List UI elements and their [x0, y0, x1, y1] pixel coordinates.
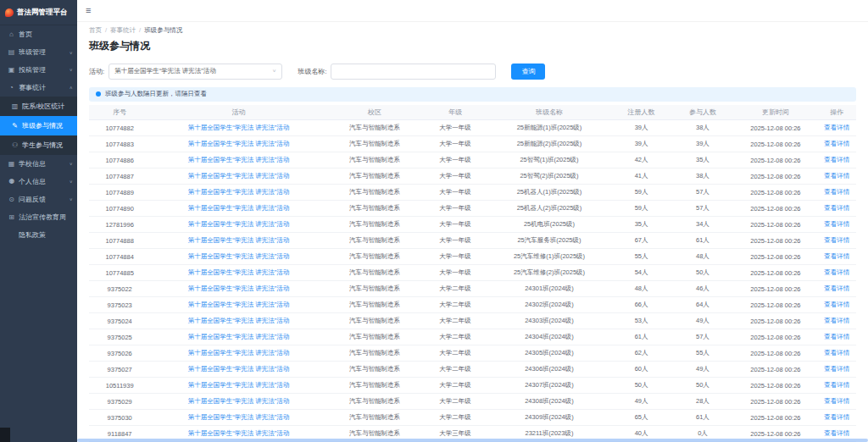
campus-cell: 汽车与智能制造系	[327, 120, 423, 136]
updated-time-cell: 2025-12-08 00:26	[733, 152, 818, 169]
registered-count-cell: 42人	[610, 152, 671, 169]
sidebar-item-label: 班级管理	[19, 47, 66, 57]
view-details-link[interactable]: 查看详情	[824, 220, 849, 228]
sidebar-item-dept-campus-stats[interactable]: ▥院系/校区统计	[0, 97, 77, 116]
view-details-link[interactable]: 查看详情	[824, 285, 849, 292]
updated-time-cell: 2025-12-08 00:26	[733, 233, 818, 249]
logo-icon	[5, 8, 14, 17]
view-details-link[interactable]: 查看详情	[824, 156, 849, 163]
sidebar-item-submission-management[interactable]: ▣投稿管理∨	[0, 61, 77, 79]
activity-link[interactable]: 第十届全国学生“学宪法 讲宪法”活动	[188, 188, 290, 196]
sidebar-item-class-participation[interactable]: ✎班级参与情况	[0, 116, 77, 135]
chevron-down-icon: ∨	[70, 50, 73, 55]
view-details-link[interactable]: 查看详情	[824, 236, 849, 244]
activity-cell: 第十届全国学生“学宪法 讲宪法”活动	[150, 249, 326, 265]
view-details-link[interactable]: 查看详情	[824, 301, 849, 308]
grade-cell: 大学一年级	[423, 249, 488, 265]
activity-link[interactable]: 第十届全国学生“学宪法 讲宪法”活动	[188, 285, 290, 292]
activity-link[interactable]: 第十届全国学生“学宪法 讲宪法”活动	[188, 301, 290, 308]
class-name-cell: 25汽车维修(1)班(2025级)	[488, 249, 611, 265]
activity-select[interactable]: 第十届全国学生“学宪法 讲宪法”活动 ∨	[108, 64, 282, 80]
action-cell: 查看详情	[818, 297, 856, 313]
activity-link[interactable]: 第十届全国学生“学宪法 讲宪法”活动	[188, 317, 290, 324]
view-details-link[interactable]: 查看详情	[824, 268, 849, 276]
activity-cell: 第十届全国学生“学宪法 讲宪法”活动	[150, 185, 326, 201]
sidebar-item-feedback[interactable]: ⊙问题反馈∨	[0, 191, 77, 208]
action-cell: 查看详情	[818, 345, 856, 362]
serial-cell: 10774885	[89, 265, 150, 281]
registered-count-cell: 39人	[610, 136, 671, 152]
view-details-link[interactable]: 查看详情	[824, 188, 849, 196]
activity-link[interactable]: 第十届全国学生“学宪法 讲宪法”活动	[188, 124, 290, 131]
activity-link[interactable]: 第十届全国学生“学宪法 讲宪法”活动	[188, 220, 290, 228]
activity-link[interactable]: 第十届全国学生“学宪法 讲宪法”活动	[188, 204, 290, 212]
participated-count-cell: 49人	[672, 313, 733, 329]
participated-count-cell: 49人	[672, 362, 733, 378]
sidebar-item-legal-education[interactable]: ⊞法治宣传教育周	[0, 208, 77, 226]
hamburger-icon[interactable]: ≡	[86, 6, 91, 15]
sidebar-item-personal-info[interactable]: ⚉个人信息∨	[0, 173, 77, 191]
registered-count-cell: 53人	[610, 313, 671, 329]
sidebar-item-competition-stats[interactable]: ◔赛事统计∧	[0, 79, 77, 97]
activity-link[interactable]: 第十届全国学生“学宪法 讲宪法”活动	[188, 365, 290, 373]
activity-link[interactable]: 第十届全国学生“学宪法 讲宪法”活动	[188, 397, 290, 405]
horizontal-scrollbar[interactable]	[77, 439, 868, 442]
view-details-link[interactable]: 查看详情	[824, 317, 849, 324]
grade-cell: 大学二年级	[423, 362, 488, 378]
participated-count-cell: 28人	[672, 394, 733, 410]
page-head: 首页/赛事统计/班级参与情况 班级参与情况	[77, 22, 868, 55]
view-details-link[interactable]: 查看详情	[824, 172, 849, 180]
updated-time-cell: 2025-12-08 00:26	[733, 378, 818, 394]
participated-count-cell: 55人	[672, 345, 733, 362]
sidebar-corner-block	[0, 428, 10, 442]
activity-link[interactable]: 第十届全国学生“学宪法 讲宪法”活动	[188, 236, 290, 244]
activity-link[interactable]: 第十届全国学生“学宪法 讲宪法”活动	[188, 172, 290, 180]
sidebar-item-privacy-policy[interactable]: 隐私政策	[0, 226, 77, 244]
action-cell: 查看详情	[818, 313, 856, 329]
sidebar-item-class-management[interactable]: ▤班级管理∨	[0, 43, 77, 61]
activity-link[interactable]: 第十届全国学生“学宪法 讲宪法”活动	[188, 349, 290, 356]
view-details-link[interactable]: 查看详情	[824, 204, 849, 212]
serial-cell: 10511939	[89, 378, 150, 394]
chevron-down-icon: ∨	[272, 69, 276, 74]
activity-link[interactable]: 第十届全国学生“学宪法 讲宪法”活动	[188, 252, 290, 260]
view-details-link[interactable]: 查看详情	[824, 381, 849, 389]
class-name-input[interactable]	[331, 64, 496, 80]
grade-cell: 大学一年级	[423, 152, 488, 169]
view-details-link[interactable]: 查看详情	[824, 397, 849, 405]
table-body: 10774882第十届全国学生“学宪法 讲宪法”活动汽车与智能制造系大学一年级2…	[89, 120, 856, 442]
view-details-link[interactable]: 查看详情	[824, 124, 849, 131]
activity-link[interactable]: 第十届全国学生“学宪法 讲宪法”活动	[188, 429, 290, 437]
view-details-link[interactable]: 查看详情	[824, 349, 849, 356]
activity-link[interactable]: 第十届全国学生“学宪法 讲宪法”活动	[188, 156, 290, 163]
sidebar-item-label: 班级参与情况	[22, 121, 74, 130]
sidebar-item-home[interactable]: ⌂首页	[0, 25, 77, 43]
activity-link[interactable]: 第十届全国学生“学宪法 讲宪法”活动	[188, 140, 290, 147]
search-button[interactable]: 查询	[511, 64, 545, 80]
table-row: 10774886第十届全国学生“学宪法 讲宪法”活动汽车与智能制造系大学一年级2…	[89, 152, 856, 169]
activity-link[interactable]: 第十届全国学生“学宪法 讲宪法”活动	[188, 413, 290, 421]
breadcrumb-item[interactable]: 赛事统计	[110, 26, 136, 35]
sidebar-item-label: 首页	[19, 30, 73, 39]
view-details-link[interactable]: 查看详情	[824, 413, 849, 421]
view-details-link[interactable]: 查看详情	[824, 365, 849, 373]
activity-link[interactable]: 第十届全国学生“学宪法 讲宪法”活动	[188, 268, 290, 276]
table-row: 12781996第十届全国学生“学宪法 讲宪法”活动汽车与智能制造系大学一年级2…	[89, 217, 856, 233]
user-icon: ⚇	[11, 141, 19, 149]
activity-cell: 第十届全国学生“学宪法 讲宪法”活动	[150, 362, 326, 378]
view-details-link[interactable]: 查看详情	[824, 333, 849, 340]
sidebar: 普法网管理平台 ⌂首页▤班级管理∨▣投稿管理∨◔赛事统计∧▥院系/校区统计✎班级…	[0, 0, 77, 442]
activity-link[interactable]: 第十届全国学生“学宪法 讲宪法”活动	[188, 381, 290, 389]
class-name-cell: 24304班(2024级)	[488, 329, 611, 345]
breadcrumb-item[interactable]: 首页	[89, 26, 102, 35]
grade-cell: 大学一年级	[423, 233, 488, 249]
grade-cell: 大学二年级	[423, 345, 488, 362]
sidebar-item-student-participation[interactable]: ⚇学生参与情况	[0, 135, 77, 155]
updated-time-cell: 2025-12-08 00:26	[733, 201, 818, 217]
activity-link[interactable]: 第十届全国学生“学宪法 讲宪法”活动	[188, 333, 290, 340]
view-details-link[interactable]: 查看详情	[824, 252, 849, 260]
view-details-link[interactable]: 查看详情	[824, 140, 849, 147]
view-details-link[interactable]: 查看详情	[824, 429, 849, 437]
sidebar-item-school-info[interactable]: ▦学校信息∨	[0, 155, 77, 173]
table-row: 9375025第十届全国学生“学宪法 讲宪法”活动汽车与智能制造系大学二年级24…	[89, 329, 856, 345]
